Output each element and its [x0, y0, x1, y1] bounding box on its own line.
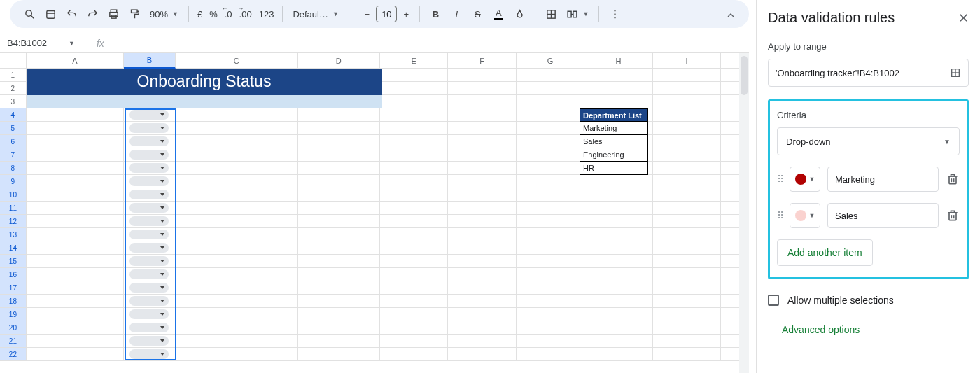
more-button[interactable] — [605, 4, 624, 24]
cell[interactable] — [380, 175, 448, 188]
cell[interactable] — [584, 82, 652, 95]
row-header[interactable]: 13 — [0, 228, 27, 241]
zoom-select[interactable]: 90%▼ — [146, 9, 183, 20]
cell[interactable] — [298, 122, 380, 135]
dropdown-chip[interactable] — [130, 150, 169, 160]
cell[interactable] — [653, 122, 721, 135]
cell[interactable] — [176, 348, 298, 361]
cell[interactable] — [448, 69, 516, 82]
strikethrough-button[interactable]: S — [468, 4, 487, 24]
cell[interactable] — [448, 241, 516, 255]
col-header-D[interactable]: D — [298, 53, 380, 69]
cell[interactable] — [27, 135, 124, 148]
borders-button[interactable] — [541, 4, 561, 24]
cell[interactable] — [27, 335, 124, 348]
cell[interactable] — [584, 321, 652, 335]
cell[interactable] — [27, 108, 124, 122]
row-header[interactable]: 5 — [0, 122, 27, 135]
cell[interactable] — [124, 281, 176, 295]
dropdown-chip[interactable] — [130, 216, 169, 226]
cell[interactable] — [653, 162, 721, 175]
cell[interactable] — [298, 175, 380, 188]
name-box[interactable]: B4:B1002 — [7, 38, 63, 48]
cell[interactable] — [517, 202, 584, 215]
dropdown-chip[interactable] — [130, 349, 169, 359]
cell[interactable] — [27, 148, 124, 162]
option-value-input[interactable]: Sales — [827, 203, 939, 228]
cell[interactable] — [448, 255, 516, 268]
dropdown-chip[interactable] — [130, 163, 169, 173]
cell[interactable] — [653, 241, 721, 255]
dropdown-chip[interactable] — [130, 283, 169, 293]
cell[interactable] — [124, 122, 176, 135]
cell[interactable] — [298, 335, 380, 348]
option-color-select[interactable]: ▼ — [790, 203, 820, 228]
cell[interactable] — [517, 69, 584, 82]
cell[interactable] — [380, 228, 448, 241]
dept-list-item[interactable]: HR — [580, 162, 648, 175]
cell[interactable] — [517, 268, 584, 281]
cell[interactable] — [517, 321, 584, 335]
cell[interactable] — [448, 295, 516, 308]
vertical-scrollbar[interactable] — [739, 53, 749, 373]
cell[interactable] — [380, 202, 448, 215]
row-header[interactable]: 12 — [0, 215, 27, 228]
dropdown-chip[interactable] — [130, 123, 169, 133]
cell[interactable] — [124, 335, 176, 348]
cell[interactable] — [653, 228, 721, 241]
row-header[interactable]: 8 — [0, 162, 27, 175]
advanced-options-link[interactable]: Advanced options — [768, 324, 969, 335]
col-header-B[interactable]: B — [124, 53, 176, 69]
row-header[interactable]: 21 — [0, 335, 27, 348]
dropdown-chip[interactable] — [130, 110, 169, 120]
cell[interactable] — [298, 202, 380, 215]
col-header-H[interactable]: H — [584, 53, 652, 69]
row-header[interactable]: 17 — [0, 281, 27, 295]
cell[interactable] — [176, 135, 298, 148]
trash-icon[interactable] — [946, 172, 960, 186]
cell[interactable] — [584, 255, 652, 268]
cell[interactable] — [517, 348, 584, 361]
currency-button[interactable]: £ — [195, 9, 205, 20]
cell[interactable] — [584, 335, 652, 348]
dept-list-header[interactable]: Department List — [580, 108, 648, 122]
cell[interactable]: me — [27, 95, 124, 108]
cell[interactable] — [298, 135, 380, 148]
cell[interactable] — [653, 281, 721, 295]
row-header[interactable]: 15 — [0, 255, 27, 268]
cell[interactable] — [176, 228, 298, 241]
cell[interactable] — [124, 348, 176, 361]
cell[interactable] — [27, 348, 124, 361]
cell[interactable] — [517, 215, 584, 228]
dropdown-chip[interactable] — [130, 176, 169, 186]
cell[interactable] — [380, 162, 448, 175]
row-header[interactable]: 2 — [0, 82, 27, 95]
paint-format-icon[interactable] — [125, 4, 144, 24]
cell[interactable] — [653, 255, 721, 268]
cell[interactable] — [584, 175, 652, 188]
cell[interactable] — [448, 268, 516, 281]
cell[interactable] — [27, 175, 124, 188]
cell[interactable] — [380, 95, 448, 108]
cell[interactable] — [176, 295, 298, 308]
cell[interactable] — [584, 95, 652, 108]
add-another-item-button[interactable]: Add another item — [777, 239, 873, 266]
cell[interactable] — [124, 188, 176, 202]
row-header[interactable]: 1 — [0, 69, 27, 82]
cell[interactable] — [176, 148, 298, 162]
cell[interactable] — [380, 321, 448, 335]
row-header[interactable]: 11 — [0, 202, 27, 215]
row-header[interactable]: 18 — [0, 295, 27, 308]
cell[interactable] — [176, 122, 298, 135]
cell[interactable] — [517, 241, 584, 255]
cell[interactable] — [124, 308, 176, 321]
col-header-E[interactable]: E — [380, 53, 448, 69]
cell[interactable] — [584, 241, 652, 255]
cell[interactable] — [448, 335, 516, 348]
cell[interactable] — [298, 308, 380, 321]
cell[interactable] — [298, 281, 380, 295]
cell[interactable] — [380, 135, 448, 148]
cell[interactable] — [380, 148, 448, 162]
drag-handle-icon[interactable]: ⠿ — [777, 213, 783, 218]
cell[interactable] — [124, 255, 176, 268]
